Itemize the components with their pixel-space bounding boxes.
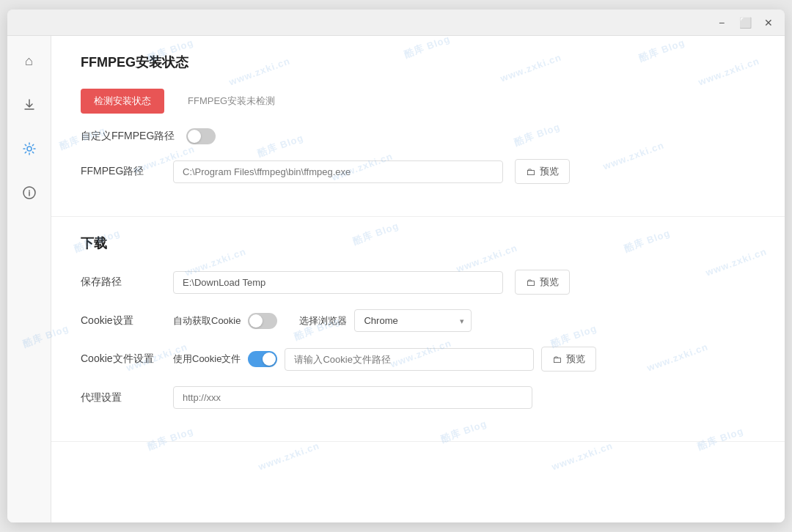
svg-point-0 xyxy=(27,147,32,151)
cookie-file-label: Cookie文件设置 xyxy=(81,352,161,366)
ffmpeg-section-title: FFMPEG安装状态 xyxy=(81,53,755,71)
main-window: − ⬜ ✕ ⌂ xyxy=(7,10,785,522)
close-button[interactable]: ✕ xyxy=(761,15,776,30)
content-area: FFMPEG安装状态 检测安装状态 FFMPEG安装未检测 自定义FFMPEG路… xyxy=(51,36,785,522)
detect-row: 检测安装状态 FFMPEG安装未检测 xyxy=(81,89,755,114)
cookie-inline-group: 自动获取Cookie 选择浏览器 Chrome Firefox Edge Saf xyxy=(173,309,472,332)
save-path-row: 保存路径 🗀 预览 xyxy=(81,270,755,295)
titlebar: − ⬜ ✕ xyxy=(7,10,785,36)
save-path-preview-button[interactable]: 🗀 预览 xyxy=(515,270,570,295)
custom-path-row: 自定义FFMPEG路径 xyxy=(81,128,755,144)
browser-select[interactable]: Chrome Firefox Edge Safari xyxy=(354,309,472,332)
auto-cookie-toggle[interactable] xyxy=(248,313,277,329)
sidebar-item-info[interactable] xyxy=(16,180,43,206)
cookie-file-preview-button[interactable]: 🗀 预览 xyxy=(541,347,596,372)
cookie-preview-label: 预览 xyxy=(566,352,585,366)
sidebar: ⌂ xyxy=(7,36,51,522)
custom-path-label: 自定义FFMPEG路径 xyxy=(81,130,175,143)
save-path-input[interactable] xyxy=(173,271,503,294)
cookie-file-inline-group: 使用Cookie文件 🗀 预览 xyxy=(173,347,596,372)
use-cookie-file-label: 使用Cookie文件 xyxy=(173,352,241,366)
maximize-button[interactable]: ⬜ xyxy=(738,15,752,30)
download-section-title: 下载 xyxy=(81,234,755,252)
auto-cookie-slider xyxy=(248,313,277,329)
ffmpeg-preview-button[interactable]: 🗀 预览 xyxy=(515,159,570,184)
cookie-file-row: Cookie文件设置 使用Cookie文件 🗀 预览 xyxy=(81,347,755,372)
auto-cookie-label: 自动获取Cookie xyxy=(173,314,241,328)
save-preview-label: 预览 xyxy=(540,276,559,289)
sidebar-item-home[interactable]: ⌂ xyxy=(16,48,43,74)
save-path-label: 保存路径 xyxy=(81,276,161,289)
ffmpeg-section: FFMPEG安装状态 检测安装状态 FFMPEG安装未检测 自定义FFMPEG路… xyxy=(51,36,785,217)
cookie-row: Cookie设置 自动获取Cookie 选择浏览器 Chrome Firefox xyxy=(81,309,755,332)
cookie-file-toggle[interactable] xyxy=(248,351,277,367)
cookie-folder-icon: 🗀 xyxy=(552,354,562,365)
proxy-input[interactable] xyxy=(173,386,532,409)
download-section: 下载 保存路径 🗀 预览 Cookie设置 自动获取Cookie xyxy=(51,217,785,442)
sidebar-item-settings[interactable] xyxy=(16,136,43,162)
ffmpeg-path-row: FFMPEG路径 🗀 预览 xyxy=(81,159,755,184)
proxy-row: 代理设置 xyxy=(81,386,755,409)
minimize-button[interactable]: − xyxy=(714,15,729,30)
proxy-label: 代理设置 xyxy=(81,391,161,404)
save-folder-icon: 🗀 xyxy=(526,277,535,288)
browser-select-wrap: Chrome Firefox Edge Safari ▾ xyxy=(354,309,472,332)
ffmpeg-status: FFMPEG安装未检测 xyxy=(188,95,275,108)
ffmpeg-path-label: FFMPEG路径 xyxy=(81,165,161,178)
folder-icon: 🗀 xyxy=(526,166,535,177)
preview-label: 预览 xyxy=(540,165,559,178)
custom-path-toggle[interactable] xyxy=(186,128,216,144)
main-layout: ⌂ FFMPEG安装状 xyxy=(7,36,785,522)
cookie-label: Cookie设置 xyxy=(81,314,161,328)
sidebar-item-download[interactable] xyxy=(16,92,43,118)
select-browser-label: 选择浏览器 xyxy=(299,314,347,328)
toggle-slider xyxy=(186,128,216,144)
ffmpeg-path-input[interactable] xyxy=(173,160,503,183)
detect-button[interactable]: 检测安装状态 xyxy=(81,89,164,114)
cookie-file-slider xyxy=(248,351,277,367)
cookie-file-input[interactable] xyxy=(285,348,534,371)
